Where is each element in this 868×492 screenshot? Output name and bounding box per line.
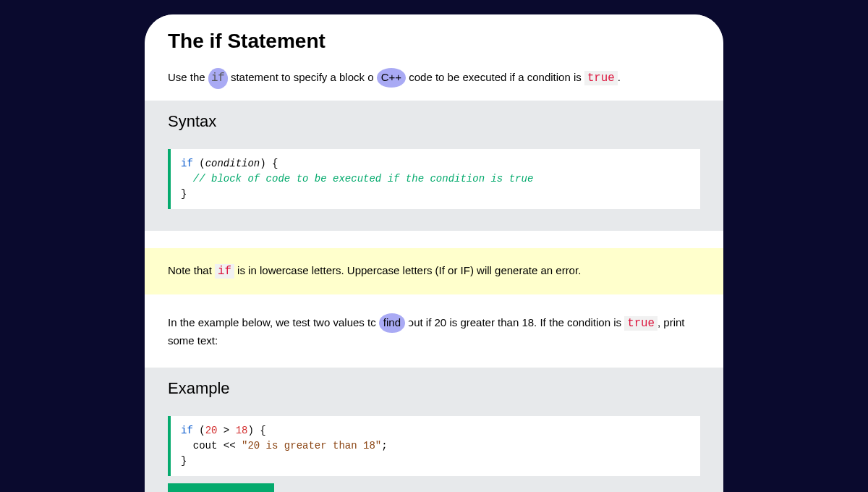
spacer xyxy=(145,218,723,231)
code-number: 18 xyxy=(236,425,248,436)
code-keyword: if xyxy=(181,425,193,436)
inline-code-true: true xyxy=(584,71,618,85)
syntax-code-wrap: if (condition) { // block of code to be … xyxy=(145,149,723,218)
example-intro-text: ɔut if 20 is greater than 18. If the con… xyxy=(405,316,624,328)
syntax-code-block: if (condition) { // block of code to be … xyxy=(168,149,700,209)
code-number: 20 xyxy=(205,425,218,436)
code-keyword: if xyxy=(181,158,193,169)
example-code-wrap: if (20 > 18) { cout << "20 is greater th… xyxy=(145,416,723,476)
code-text: ; xyxy=(381,440,387,451)
example-intro-paragraph: In the example below, we test two values… xyxy=(168,313,700,349)
code-text: > xyxy=(217,425,235,436)
example-intro-section: In the example below, we test two values… xyxy=(145,294,723,368)
spacer xyxy=(145,231,723,248)
code-placeholder: condition xyxy=(205,158,260,169)
inline-code-true: true xyxy=(624,316,658,331)
highlight-circle: C++ xyxy=(377,68,406,88)
syntax-header: Syntax xyxy=(145,101,723,149)
code-comment: // block of code to be executed if the c… xyxy=(181,173,533,184)
code-text: ) { xyxy=(260,158,278,169)
highlight-circle: if xyxy=(208,68,228,89)
intro-text: code to be executed if a condition is xyxy=(406,71,584,83)
page-title: The if Statement xyxy=(168,26,700,56)
example-heading: Example xyxy=(168,376,700,400)
example-intro-text: In the example below, we test two values… xyxy=(168,316,379,328)
code-text: ( xyxy=(193,425,205,436)
inline-code-if: if xyxy=(215,264,234,279)
code-text: } xyxy=(181,455,187,467)
intro-text: . xyxy=(618,71,621,83)
code-text: ) { xyxy=(247,425,265,436)
code-text: } xyxy=(181,188,187,200)
example-header: Example xyxy=(145,368,723,416)
note-section: Note that if is in lowercase letters. Up… xyxy=(145,248,723,295)
highlight-circle: find xyxy=(379,313,405,333)
code-text: ( xyxy=(193,158,205,169)
try-it-button[interactable]: Try it Yourself » xyxy=(168,483,274,492)
syntax-heading: Syntax xyxy=(168,109,700,133)
example-code-block: if (20 > 18) { cout << "20 is greater th… xyxy=(168,416,700,476)
inline-code-if: if xyxy=(211,72,225,85)
intro-text: Use the xyxy=(168,71,208,83)
tutorial-card: The if Statement Use the if statement to… xyxy=(145,14,723,492)
intro-paragraph: Use the if statement to specify a block … xyxy=(168,68,700,89)
header-section: The if Statement Use the if statement to… xyxy=(145,14,723,101)
code-string: "20 is greater than 18" xyxy=(242,440,381,451)
intro-text: statement to specify a block o xyxy=(228,71,377,83)
note-text: Note that xyxy=(168,264,215,276)
note-paragraph: Note that if is in lowercase letters. Up… xyxy=(168,263,700,281)
code-text: cout << xyxy=(181,440,242,451)
note-text: is in lowercase letters. Uppercase lette… xyxy=(234,264,581,276)
